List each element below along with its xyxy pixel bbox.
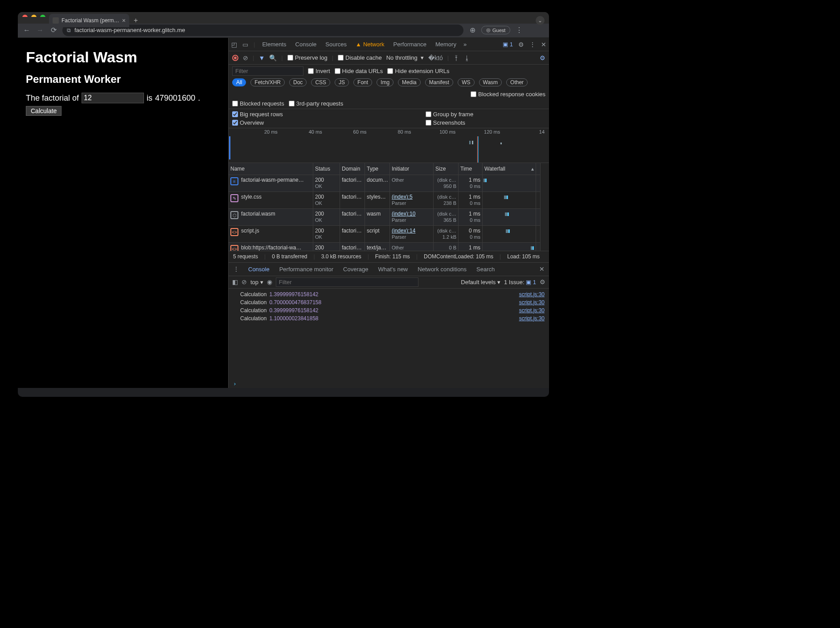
preserve-log-checkbox[interactable]: Preserve log (287, 54, 328, 61)
forward-button[interactable]: → (36, 26, 45, 34)
tab-console[interactable]: Console (294, 41, 319, 48)
console-issues[interactable]: 1 Issue: ▣ 1 (504, 279, 536, 285)
console-filter-input[interactable] (276, 277, 418, 287)
site-info-icon[interactable]: ⧉ (67, 27, 71, 33)
status-dcl: DOMContentLoaded: 105 ms (424, 253, 493, 260)
drawer-tab-network-conditions[interactable]: Network conditions (418, 266, 467, 273)
throttling-select[interactable]: No throttling ▾ (386, 54, 424, 61)
network-settings-icon[interactable]: ⚙ (540, 54, 545, 61)
drawer-tab-what's-new[interactable]: What's new (378, 266, 408, 273)
tab-sources[interactable]: Sources (324, 41, 348, 48)
column-waterfall[interactable]: Waterfall▴ (483, 163, 536, 175)
type-pill-js[interactable]: JS (335, 78, 349, 86)
import-har-icon[interactable]: ⭱ (453, 54, 459, 61)
drawer-tab-coverage[interactable]: Coverage (343, 266, 368, 273)
column-time[interactable]: Time (459, 163, 483, 175)
column-size[interactable]: Size (434, 163, 459, 175)
settings-gear-icon[interactable]: ⚙ (518, 41, 524, 48)
browser-tab[interactable]: Factorial Wasm (permanent… × (49, 14, 129, 27)
zoom-icon[interactable]: ⊕ (468, 26, 477, 34)
console-prompt[interactable]: › (229, 379, 549, 388)
calculate-button[interactable]: Calculate (26, 106, 61, 116)
sentence-pre: The factorial of (26, 94, 79, 103)
export-har-icon[interactable]: ⭳ (464, 54, 470, 61)
column-type[interactable]: Type (365, 163, 390, 175)
filter-toggle-icon[interactable]: ▼ (258, 54, 265, 61)
tab-memory[interactable]: Memory (434, 41, 458, 48)
drawer-close-icon[interactable]: ✕ (539, 265, 545, 273)
console-source-link[interactable]: script.js:30 (519, 315, 545, 322)
devtools-tab-bar: ◰ ▭ | Elements Console Sources ▲Network … (229, 38, 549, 51)
type-pill-media[interactable]: Media (398, 78, 421, 86)
type-pill-doc[interactable]: Doc (289, 78, 307, 86)
back-button[interactable]: ← (22, 26, 31, 34)
type-pill-ws[interactable]: WS (458, 78, 474, 86)
issues-chip[interactable]: ▣1 (503, 41, 513, 48)
network-conditions-icon[interactable]: �któ (428, 54, 443, 61)
live-expression-icon[interactable]: ◉ (267, 278, 272, 285)
big-rows-checkbox[interactable]: Big request rows (232, 111, 283, 118)
clear-button[interactable]: ⊘ (243, 54, 248, 61)
network-timeline-overview[interactable]: 20 ms40 ms60 ms80 ms100 ms120 ms14 (229, 128, 549, 163)
screenshots-checkbox[interactable]: Screenshots (426, 119, 473, 126)
inspect-element-icon[interactable]: ◰ (231, 41, 237, 48)
console-source-link[interactable]: script.js:30 (519, 307, 545, 314)
console-sidebar-icon[interactable]: ◧ (232, 278, 238, 285)
type-pill-other[interactable]: Other (506, 78, 528, 86)
log-levels-select[interactable]: Default levels ▾ (461, 279, 500, 285)
type-pill-font[interactable]: Font (353, 78, 372, 86)
network-filter-input[interactable] (232, 66, 303, 76)
type-pill-css[interactable]: CSS (311, 78, 330, 86)
status-load: Load: 105 ms (507, 253, 540, 260)
disable-cache-checkbox[interactable]: Disable cache (338, 54, 382, 61)
console-source-link[interactable]: script.js:30 (519, 291, 545, 298)
status-resources: 3.0 kB resources (321, 253, 361, 260)
overview-checkbox[interactable]: Overview (232, 119, 283, 126)
sentence-mid: is (147, 94, 152, 103)
tab-network[interactable]: ▲Network (354, 41, 386, 48)
timeline-tick: 80 ms (367, 129, 411, 135)
column-status[interactable]: Status (313, 163, 340, 175)
invert-checkbox[interactable]: Invert (308, 68, 330, 74)
console-settings-icon[interactable]: ⚙ (540, 278, 545, 285)
status-requests: 5 requests (233, 253, 258, 260)
search-icon[interactable]: 🔍 (269, 54, 277, 61)
drawer-tab-console[interactable]: Console (248, 266, 270, 273)
hide-data-urls-checkbox[interactable]: Hide data URLs (335, 68, 383, 74)
column-name[interactable]: Name (229, 163, 313, 175)
tabs-dropdown-button[interactable]: ⌄ (536, 16, 545, 25)
tab-close-icon[interactable]: × (122, 17, 126, 24)
type-pill-wasm[interactable]: Wasm (479, 78, 502, 86)
url-text: factorial-wasm-permanent-worker.glitch.m… (74, 27, 185, 33)
devtools-menu-icon[interactable]: ⋮ (529, 41, 536, 48)
result-value: 479001600 (155, 94, 195, 103)
hide-extension-urls-checkbox[interactable]: Hide extension URLs (387, 68, 449, 74)
record-button[interactable] (232, 55, 238, 61)
console-context-select[interactable]: top ▾ (250, 279, 263, 285)
drawer-tab-performance-monitor[interactable]: Performance monitor (279, 266, 333, 273)
blocked-cookies-checkbox[interactable]: Blocked response cookies (471, 91, 545, 98)
column-initiator[interactable]: Initiator (390, 163, 434, 175)
type-pill-manifest[interactable]: Manifest (425, 78, 453, 86)
type-pill-img[interactable]: Img (377, 78, 393, 86)
type-pill-fetchxhr[interactable]: Fetch/XHR (250, 78, 285, 86)
third-party-checkbox[interactable]: 3rd-party requests (289, 100, 344, 107)
browser-menu-icon[interactable]: ⋮ (515, 26, 524, 34)
tab-elements[interactable]: Elements (260, 41, 288, 48)
column-domain[interactable]: Domain (340, 163, 365, 175)
devtools-close-icon[interactable]: ✕ (541, 41, 546, 48)
new-tab-button[interactable]: + (134, 16, 138, 24)
factorial-input[interactable] (82, 93, 144, 103)
drawer-tab-search[interactable]: Search (476, 266, 495, 273)
profile-guest-chip[interactable]: ◎Guest (481, 26, 510, 34)
console-source-link[interactable]: script.js:30 (519, 299, 545, 306)
drawer-menu-icon[interactable]: ⋮ (233, 265, 239, 273)
group-by-frame-checkbox[interactable]: Group by frame (426, 111, 473, 118)
blocked-requests-checkbox[interactable]: Blocked requests (232, 100, 284, 107)
console-clear-icon[interactable]: ⊘ (242, 278, 247, 285)
tab-performance[interactable]: Performance (392, 41, 428, 48)
reload-button[interactable]: ⟳ (49, 26, 58, 34)
device-toolbar-icon[interactable]: ▭ (242, 41, 248, 48)
type-pill-all[interactable]: All (232, 78, 246, 86)
more-tabs-icon[interactable]: » (463, 41, 467, 48)
